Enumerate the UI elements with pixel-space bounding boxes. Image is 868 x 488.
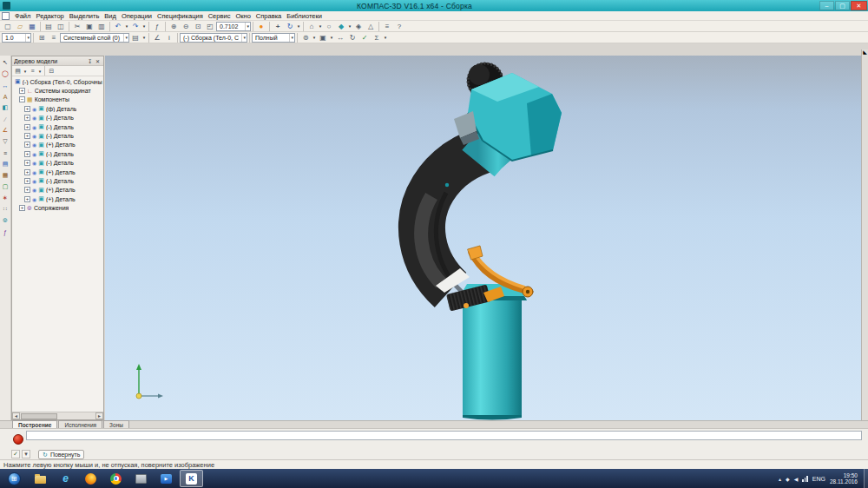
measure-icon[interactable]: ∠ (151, 32, 163, 43)
tree-item-part[interactable]: + ◉ ▣ (+) Деталь (12, 168, 103, 176)
expand-icon[interactable]: + (24, 178, 30, 184)
array-panel-icon[interactable]: ∷ (0, 204, 10, 214)
tree-item-part[interactable]: + ◉ ▣ (+) Деталь (12, 186, 103, 195)
layer-options-icon[interactable]: ▤ (129, 32, 141, 43)
pin-icon[interactable]: ↧ (86, 58, 94, 64)
new-document-icon[interactable]: ▢ (2, 21, 14, 31)
tray-expand-icon[interactable]: ▴ (779, 476, 781, 482)
expand-icon[interactable]: + (24, 124, 30, 130)
menu-edit[interactable]: Редактор (33, 11, 66, 21)
vertical-scrollbar[interactable]: ◣ (861, 49, 868, 420)
menu-specification[interactable]: Спецификация (155, 11, 206, 21)
title-bar[interactable]: КОМПАС-3D V16.1 x64 - Сборка – ▢ ✕ (0, 0, 868, 11)
surfaces-panel-icon[interactable]: ◧ (0, 102, 10, 113)
display-mode-combo[interactable]: Полный ▾ (252, 33, 295, 43)
tab-versions[interactable]: Исполнения (58, 420, 102, 428)
start-button[interactable]: ⊞ (0, 469, 28, 488)
tree-item-part[interactable]: + ◉ ▣ (-) Деталь (12, 122, 103, 131)
hidden-lines-icon[interactable]: ◈ (352, 21, 365, 31)
tree-item-components[interactable]: − ▦ Компоненты (12, 96, 103, 104)
measure-panel-icon[interactable]: ∠ (0, 125, 10, 135)
tree-item-part[interactable]: + ◉ ▣ (-) Деталь (12, 149, 103, 158)
select-tool-icon[interactable]: ↖ (0, 57, 10, 68)
parameter-input[interactable] (26, 431, 862, 440)
mass-properties-icon[interactable]: Σ (371, 32, 383, 43)
dropdown-caret-icon[interactable]: ▾ (383, 32, 388, 43)
print-icon[interactable]: ▤ (43, 21, 55, 31)
tree-item-part[interactable]: + ◉ ▣ (+) Деталь (12, 195, 103, 203)
expand-icon[interactable]: + (24, 151, 30, 157)
orientation-icon[interactable]: ⌂ (306, 21, 318, 31)
mate-icon[interactable]: ⊚ (299, 32, 312, 43)
tab-zones[interactable]: Зоны (103, 420, 129, 428)
chevron-down-icon[interactable]: ▾ (245, 23, 250, 30)
action-center-icon[interactable]: ◆ (786, 476, 790, 482)
dropdown-caret-icon[interactable]: ▾ (296, 21, 301, 31)
tree-item-part[interactable]: + ◉ ▣ (-) Деталь (12, 159, 103, 168)
collapse-icon[interactable]: − (19, 96, 25, 102)
minimize-button[interactable]: – (819, 1, 834, 10)
info-icon[interactable]: i (163, 32, 175, 43)
variables-icon[interactable]: ƒ (151, 21, 163, 31)
menu-select[interactable]: Выделить (67, 11, 102, 21)
dropdown-caret-icon[interactable]: ▾ (141, 32, 147, 43)
close-button[interactable]: ✕ (851, 1, 867, 10)
layer-combo[interactable]: Системный слой (0) ▾ (60, 33, 129, 43)
tree-item-part[interactable]: + ◉ ▣ (-) Деталь (12, 114, 103, 122)
taskbar-firefox-button[interactable] (79, 470, 102, 487)
maximize-button[interactable]: ▢ (835, 1, 850, 10)
viewport-3d[interactable] (105, 56, 861, 420)
scroll-left-icon[interactable]: ◄ (12, 412, 20, 419)
dimensions-panel-icon[interactable]: ↔ (0, 80, 10, 90)
dropdown-caret-icon[interactable]: ▾ (141, 21, 147, 31)
taskbar-folder-button[interactable] (29, 470, 52, 487)
scroll-right-icon[interactable]: ► (95, 412, 103, 419)
pan-icon[interactable]: + (272, 21, 284, 31)
open-icon[interactable]: ▱ (14, 21, 26, 31)
tree-header[interactable]: Дерево модели ↧ ✕ (12, 56, 103, 66)
zoom-in-icon[interactable]: ⊕ (168, 21, 180, 31)
menu-view[interactable]: Вид (102, 11, 119, 21)
auto-create-icon[interactable]: ✓ (11, 450, 20, 458)
panel-options-icon[interactable]: ▾ (22, 450, 30, 458)
expand-icon[interactable]: + (19, 88, 25, 94)
chevron-down-icon[interactable]: ▾ (241, 34, 247, 42)
shading-mode-icon[interactable]: ● (255, 21, 267, 31)
display-options-icon[interactable]: ≡ (381, 21, 393, 31)
auxiliary-geometry-icon[interactable]: ∕ (0, 114, 10, 124)
mates-panel-icon[interactable]: ⊚ (0, 215, 10, 226)
taskbar-media-button[interactable]: ▶ (155, 470, 178, 487)
step-combo[interactable]: 1.0 ▾ (2, 33, 31, 43)
expand-icon[interactable]: + (24, 133, 30, 139)
interrupt-command-button[interactable] (13, 434, 23, 445)
splitter-triangle-icon[interactable]: ◣ (863, 49, 867, 56)
perspective-icon[interactable]: △ (365, 21, 377, 31)
tree-item-coordinate-systems[interactable]: + ∟ Системы координат (12, 86, 103, 95)
volume-icon[interactable]: ◀ (794, 476, 799, 482)
wireframe-icon[interactable]: ○ (323, 21, 335, 31)
grid-icon[interactable]: ⊞ (36, 32, 48, 43)
shaded-view-icon[interactable]: ◆ (335, 21, 347, 31)
taskbar-ie-button[interactable]: e (54, 470, 77, 487)
zoom-out-icon[interactable]: ⊖ (180, 21, 192, 31)
taskbar-kompas-button[interactable]: K (180, 470, 203, 487)
language-indicator[interactable]: ENG (812, 476, 825, 482)
component-icon[interactable]: ▣ (317, 32, 329, 43)
close-panel-icon[interactable]: ✕ (94, 58, 102, 64)
sketch-panel-icon[interactable]: ▢ (0, 181, 10, 192)
reports-panel-icon[interactable]: ▤ (0, 159, 10, 169)
chevron-down-icon[interactable]: ▾ (123, 34, 128, 42)
undo-icon[interactable]: ↶ (112, 21, 124, 31)
move-component-icon[interactable]: ↔ (334, 32, 346, 43)
collision-check-icon[interactable]: ✓ (358, 32, 371, 43)
dropdown-caret-icon[interactable]: ▾ (37, 66, 43, 76)
tree-item-part[interactable]: + ◉ ▣ (ф) Деталь (12, 104, 103, 113)
tree-item-part[interactable]: + ◉ ▣ (-) Деталь (12, 176, 103, 185)
zoom-fit-icon[interactable]: ◰ (204, 21, 216, 31)
rotate-view-icon[interactable]: ↻ (284, 21, 296, 31)
designations-panel-icon[interactable]: A (0, 91, 10, 102)
layers-icon[interactable]: ≡ (48, 32, 60, 43)
taskbar-chrome-button[interactable] (104, 470, 128, 487)
copy-icon[interactable]: ▣ (83, 21, 95, 31)
specification-panel-icon[interactable]: ≡ (0, 148, 10, 158)
